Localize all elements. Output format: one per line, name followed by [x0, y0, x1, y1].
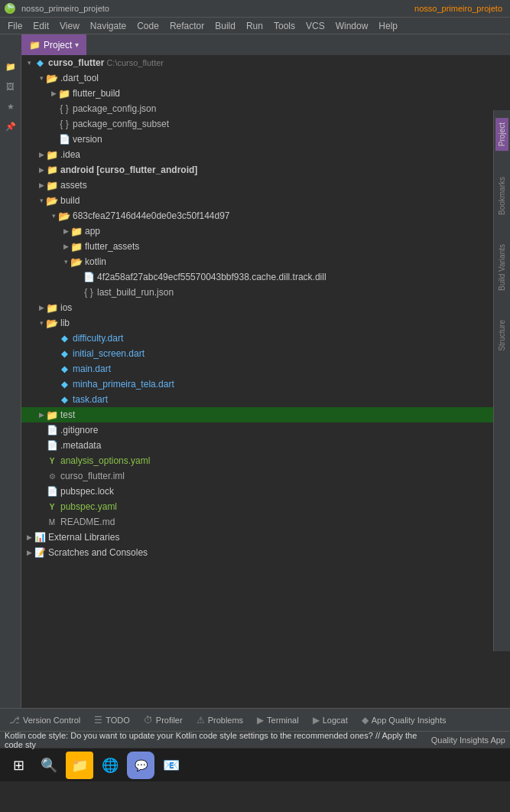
tree-dart-tool-label: .dart_tool	[60, 73, 99, 83]
json-icon-2: { }	[58, 118, 70, 130]
taskbar-windows[interactable]: ⊞	[5, 752, 32, 779]
project-tab-arrow[interactable]: ▾	[75, 41, 79, 49]
tree-curso-flutter-iml[interactable]: ⚙ curso_flutter.iml	[21, 468, 510, 484]
tree-arrow-android: ▶	[37, 165, 46, 174]
tree-test[interactable]: ▶ 📁 test	[21, 407, 510, 422]
tree-build[interactable]: ▾ 📂 build	[21, 193, 510, 208]
bottom-tab-quality-insights-label: App Quality Insights	[372, 716, 447, 725]
tree-package-config-json[interactable]: { } package_config.json	[21, 101, 510, 116]
dart-icon-minha: ◆	[58, 378, 70, 390]
tree-arrow-empty-9	[49, 380, 58, 389]
tree-app[interactable]: ▶ 📁 app	[21, 223, 510, 239]
tree-last-build[interactable]: { } last_build_run.json	[21, 285, 510, 300]
tree-flutter-assets[interactable]: ▶ 📁 flutter_assets	[21, 239, 510, 254]
sidebar-icon-pin[interactable]: 📌	[2, 118, 19, 135]
tree-cache-dill-label: 4f2a58af27abc49ecf55570043bbf938.cache.d…	[97, 272, 326, 282]
tree-ios[interactable]: ▶ 📁 ios	[21, 300, 510, 315]
tree-arrow-hash: ▾	[49, 211, 58, 220]
tree-arrow-empty-8	[49, 364, 58, 373]
tree-difficulty-dart-label: difficulty.dart	[73, 333, 123, 344]
tree-external-libraries[interactable]: ▶ 📊 External Libraries	[21, 530, 510, 545]
tree-analysis-options[interactable]: Y analysis_options.yaml	[21, 453, 510, 468]
sidebar-icon-project[interactable]: 📁	[2, 58, 19, 75]
profiler-icon: ⏱	[144, 715, 153, 726]
right-tab-bookmarks[interactable]: Bookmarks	[496, 174, 508, 218]
tree-kotlin[interactable]: ▾ 📂 kotlin	[21, 254, 510, 269]
tree-root[interactable]: ▾ ◆ curso_flutter C:\curso_flutter	[21, 55, 510, 70]
dart-icon-initial: ◆	[58, 347, 70, 360]
tree-assets-label: assets	[60, 180, 87, 191]
tree-version[interactable]: 📄 version	[21, 132, 510, 147]
tree-lib[interactable]: ▾ 📂 lib	[21, 315, 510, 331]
tree-difficulty-dart[interactable]: ◆ difficulty.dart	[21, 331, 510, 346]
menu-vcs[interactable]: VCS	[301, 19, 330, 33]
tree-idea[interactable]: ▶ 📁 .idea	[21, 147, 510, 162]
tree-analysis-options-label: analysis_options.yaml	[60, 455, 150, 466]
project-tab[interactable]: 📁 Project ▾	[21, 34, 86, 56]
tree-assets[interactable]: ▶ 📁 assets	[21, 178, 510, 193]
menu-help[interactable]: Help	[374, 19, 402, 33]
right-tab-project[interactable]: Project	[495, 118, 508, 151]
menu-code[interactable]: Code	[132, 19, 164, 33]
menu-edit[interactable]: Edit	[28, 19, 54, 33]
tree-hash-folder[interactable]: ▾ 📂 683cfea27146d44e0de0e3c50f144d97	[21, 208, 510, 223]
bottom-tab-terminal[interactable]: ▶ Terminal	[251, 710, 305, 730]
menu-window[interactable]: Window	[331, 19, 373, 33]
bottom-tab-profiler[interactable]: ⏱ Profiler	[138, 710, 189, 730]
tree-arrow-empty-6	[49, 334, 58, 343]
file-icon-version: 📄	[58, 133, 70, 145]
sidebar-icon-resource-manager[interactable]: 🖼	[2, 78, 19, 95]
ext-lib-icon: 📊	[34, 531, 46, 543]
folder-icon: 📁	[58, 87, 70, 99]
quality-insights-status: Quality Insights App	[431, 735, 505, 745]
tree-minha-tela-dart[interactable]: ◆ minha_primeira_tela.dart	[21, 377, 510, 392]
file-icon-pubspec-lock: 📄	[46, 485, 58, 497]
tree-initial-screen-dart[interactable]: ◆ initial_screen.dart	[21, 346, 510, 361]
menu-navigate[interactable]: Navigate	[86, 19, 131, 33]
tree-lib-label: lib	[60, 318, 70, 328]
tree-pubspec-yaml[interactable]: Y pubspec.yaml	[21, 499, 510, 514]
tree-flutter-build[interactable]: ▶ 📁 flutter_build	[21, 86, 510, 101]
menu-file[interactable]: File	[3, 19, 27, 33]
taskbar-discord[interactable]: 💬	[127, 752, 154, 779]
tree-package-config-subset-label: package_config_subset	[73, 119, 169, 129]
taskbar-email[interactable]: 📧	[158, 752, 185, 779]
bottom-tab-problems[interactable]: ⚠ Problems	[190, 710, 249, 730]
folder-open-icon-lib: 📂	[46, 317, 58, 329]
tree-hash-label: 683cfea27146d44e0de0e3c50f144d97	[73, 210, 230, 221]
json-icon-3: { }	[83, 286, 95, 298]
bottom-tab-quality-insights[interactable]: ◆ App Quality Insights	[356, 710, 453, 730]
tree-main-dart-label: main.dart	[73, 364, 111, 374]
title-bar-project: nosso_primeiro_projeto	[414, 4, 502, 13]
menu-view[interactable]: View	[55, 19, 84, 33]
tree-arrow-ext-lib: ▶	[24, 533, 34, 542]
tree-gitignore[interactable]: 📄 .gitignore	[21, 422, 510, 438]
tree-arrow-test: ▶	[37, 410, 46, 419]
sidebar-icon-favorites[interactable]: ★	[2, 98, 19, 115]
tree-readme-md[interactable]: M README.md	[21, 514, 510, 530]
right-tab-structure[interactable]: Structure	[496, 317, 508, 354]
bottom-tab-todo[interactable]: ☰ TODO	[88, 710, 136, 730]
bottom-tab-logcat[interactable]: ▶ Logcat	[307, 710, 354, 730]
tree-cache-dill[interactable]: 📄 4f2a58af27abc49ecf55570043bbf938.cache…	[21, 269, 510, 285]
yaml-icon-analysis: Y	[46, 455, 58, 467]
menu-refactor[interactable]: Refactor	[165, 19, 209, 33]
right-tab-build-variants[interactable]: Build Variants	[496, 241, 508, 294]
tree-pubspec-lock[interactable]: 📄 pubspec.lock	[21, 484, 510, 499]
bottom-tab-version-control[interactable]: ⎇ Version Control	[3, 710, 86, 730]
tree-dart-tool[interactable]: ▾ 📂 .dart_tool	[21, 70, 510, 86]
tree-android[interactable]: ▶ 📁 android [curso_flutter_android]	[21, 162, 510, 178]
tree-root-path: C:\curso_flutter	[104, 58, 164, 67]
taskbar-chrome[interactable]: 🌐	[96, 752, 124, 779]
tree-main-dart[interactable]: ◆ main.dart	[21, 361, 510, 377]
menu-run[interactable]: Run	[242, 19, 268, 33]
tree-package-config-subset[interactable]: { } package_config_subset	[21, 116, 510, 132]
tree-scratches-consoles[interactable]: ▶ 📝 Scratches and Consoles	[21, 545, 510, 560]
taskbar-explorer[interactable]: 📁	[66, 752, 93, 779]
menu-tools[interactable]: Tools	[269, 19, 300, 33]
tree-metadata[interactable]: 📄 .metadata	[21, 438, 510, 453]
taskbar-search[interactable]: 🔍	[35, 752, 63, 779]
tree-arrow-root: ▾	[24, 58, 34, 67]
tree-task-dart[interactable]: ◆ task.dart	[21, 392, 510, 407]
menu-build[interactable]: Build	[210, 19, 240, 33]
